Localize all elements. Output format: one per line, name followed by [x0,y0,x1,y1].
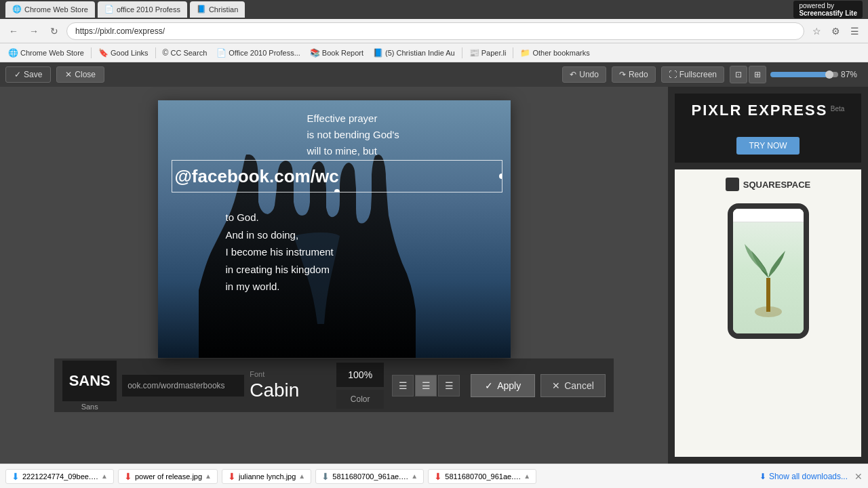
pixlr-ad-banner: PIXLR EXPRESS Beta TRY NOW [675,94,861,163]
address-bar[interactable]: https://pixlr.com/express/ [66,22,804,40]
squarespace-logo: SQUARESPACE [726,178,810,191]
quote-line-1: Effective prayer [307,110,500,127]
bookmark-icon-christian: 📘 [373,48,383,58]
bookmark-icon-office: 📄 [216,48,226,58]
cancel-label: Cancel [564,380,594,391]
tab-label: Chrome Web Store [24,5,88,14]
quote-text-top: Effective prayer is not bending God's wi… [307,110,500,159]
extension-icon[interactable]: ⚙ [827,23,844,39]
zoom-buttons: ⊡ ⊞ [730,66,766,83]
save-button[interactable]: ✓ Save [5,66,51,83]
bookmark-christian[interactable]: 📘 (5) Christian Indie Au [369,47,459,59]
color-box[interactable]: Color [336,390,384,409]
download-arrow-1[interactable]: ▲ [205,472,212,480]
cancel-x-icon: ✕ [552,380,560,391]
bookmark-book-report[interactable]: 📚 Book Report [306,47,368,59]
bookmark-label-other: Other bookmarks [532,49,589,57]
bookmark-office[interactable]: 📄 Office 2010 Profess... [212,47,304,59]
bookmark-icon-other: 📁 [520,48,530,58]
quote-line-8: in my world. [226,278,500,296]
redo-icon: ↷ [619,70,626,79]
download-icon-0: ⬇ [12,471,20,482]
bookmark-cc-search[interactable]: © CC Search [159,47,212,59]
align-right-button[interactable]: ☰ [438,375,460,396]
size-box[interactable]: 100% [336,363,384,387]
fullscreen-button[interactable]: ⛶ Fullscreen [661,66,724,83]
bookmark-star-icon[interactable]: ☆ [808,23,825,39]
bookmark-other[interactable]: 📁 Other bookmarks [516,47,593,59]
browser-titlebar: 🌐 Chrome Web Store 📄 office 2010 Profess… [0,0,868,19]
bookmark-good-links[interactable]: 🔖 Good Links [94,47,153,59]
handle-right[interactable] [499,174,502,179]
handle-bottom-center[interactable] [334,189,340,192]
squarespace-mockup-image [741,237,795,319]
bookmark-sep-2 [155,47,156,58]
download-item-1[interactable]: ⬇ power of release.jpg ▲ [118,469,218,484]
squarespace-label: SQUARESPACE [743,180,810,190]
zoom-fit-button[interactable]: ⊡ [730,66,747,83]
zoom-slider[interactable] [770,72,838,77]
download-name-0: 2221224774_09bee....jpg [22,472,98,481]
downloads-close-button[interactable]: ✕ [854,471,863,482]
quote-line-3: will to mine, but [307,143,500,159]
quote-line-7: in creating his kingdom [226,261,500,279]
zoom-actual-button[interactable]: ⊞ [749,66,766,83]
tab-chrome-web-store[interactable]: 🌐 Chrome Web Store [5,1,95,18]
font-section: Font Cabin [250,370,331,401]
bookmark-label-good-links: Good Links [111,49,149,57]
pixlr-main: Effective prayer is not bending God's wi… [0,87,868,464]
apply-button[interactable]: ✓ Apply [471,374,535,397]
checkmark-icon: ✓ [14,70,21,79]
right-panel: PIXLR EXPRESS Beta TRY NOW SQUARESPACE [668,87,868,464]
bookmark-paper[interactable]: 📰 Paper.li [465,47,511,59]
bookmark-label-christian: (5) Christian Indie Au [385,49,455,57]
download-arrow-2[interactable]: ▲ [298,472,305,480]
quote-line-4: to God. [226,209,500,226]
forward-button[interactable]: → [26,23,42,39]
text-input[interactable] [122,375,244,396]
pixlr-beta-text: Beta [831,105,845,113]
url-text: https://pixlr.com/express/ [75,26,165,36]
tab-christian[interactable]: 📘 Christian [190,1,245,18]
reload-button[interactable]: ↻ [46,23,62,39]
bookmark-icon: 🌐 [8,48,18,58]
bookmarks-bar: 🌐 Chrome Web Store 🔖 Good Links © CC Sea… [0,43,868,62]
text-edit-region[interactable]: @facebook.com/wc [172,160,502,192]
tab-office[interactable]: 📄 office 2010 Profess [98,1,187,18]
image-canvas[interactable]: Effective prayer is not bending God's wi… [158,100,511,358]
download-item-3[interactable]: ⬇ 5811680700_961ae....jpg ▲ [315,469,424,484]
zoom-thumb [825,70,833,79]
font-name-display[interactable]: Cabin [250,380,331,401]
download-arrow-3[interactable]: ▲ [411,472,418,480]
canvas-area[interactable]: Effective prayer is not bending God's wi… [0,87,668,464]
show-all-downloads[interactable]: ⬇ Show all downloads... [760,472,848,481]
try-now-button[interactable]: TRY NOW [736,137,799,155]
align-left-button[interactable]: ☰ [392,375,414,396]
cancel-button[interactable]: ✕ Cancel [540,374,606,397]
bookmark-label-book: Book Report [322,49,363,57]
squarespace-phone-header [733,209,804,222]
bookmark-icon-paper: 📰 [469,48,479,58]
close-button[interactable]: ✕ Close [56,66,104,83]
svg-rect-2 [766,278,770,312]
download-item-2[interactable]: ⬇ julianne lynch.jpg ▲ [222,469,311,484]
download-arrow-0[interactable]: ▲ [101,472,108,480]
download-icon-2: ⬇ [228,471,236,482]
size-color-wrapper: 100% Color [336,363,384,409]
canvas-background: Effective prayer is not bending God's wi… [158,100,511,358]
download-name-1: power of release.jpg [135,472,202,481]
checkmark-icon: ✓ [485,380,493,391]
undo-button[interactable]: ↶ Undo [562,66,606,83]
tab-favicon-christian: 📘 [197,5,206,14]
screencastify-logo: powered byScreencastify Lite [793,1,863,18]
redo-button[interactable]: ↷ Redo [612,66,656,83]
tab-favicon-office: 📄 [104,5,114,14]
download-item-0[interactable]: ⬇ 2221224774_09bee....jpg ▲ [5,469,114,484]
download-item-4[interactable]: ⬇ 5811680700_961ae....jpg ▲ [428,469,536,484]
align-center-button[interactable]: ☰ [415,375,437,396]
menu-icon[interactable]: ☰ [846,23,863,39]
download-arrow-4[interactable]: ▲ [524,472,530,480]
bookmark-chrome-web-store[interactable]: 🌐 Chrome Web Store [4,47,88,59]
squarespace-icon [726,178,739,191]
back-button[interactable]: ← [5,23,22,39]
